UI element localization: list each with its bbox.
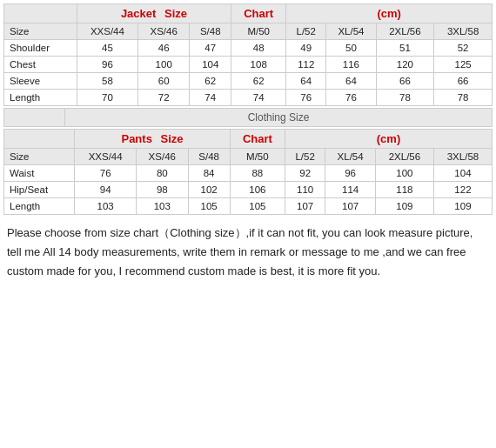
clothing-size-separator: Clothing Size [3, 108, 493, 127]
pants-size-label: Size [160, 132, 183, 145]
pants-label: Pants [121, 132, 151, 145]
pants-title-row: Pants Size Chart (cm) [4, 130, 493, 149]
jacket-chart-label: Chart [231, 4, 286, 23]
jacket-label: Jacket [121, 7, 156, 20]
jacket-header-xl: XL/54 [326, 23, 376, 40]
jacket-row-shoulder: Shoulder4546474849505152 [4, 40, 493, 57]
jacket-row-length: Length7072747476767878 [4, 90, 493, 106]
pants-header-row: Size XXS/44 XS/46 S/48 M/50 L/52 XL/54 2… [4, 149, 493, 165]
pants-row-length: Length103103105105107107109109 [4, 198, 493, 215]
clothing-size-row: Clothing Size [4, 109, 493, 127]
pants-chart-label: Chart [230, 130, 285, 149]
jacket-title-row: Jacket Size Chart (cm) [4, 4, 493, 23]
pants-cm-label: (cm) [285, 130, 493, 149]
jacket-header-2xl: 2XL/56 [376, 23, 434, 40]
pants-title-col1 [4, 130, 75, 149]
jacket-header-xxs: XXS/44 [77, 23, 137, 40]
pants-row-waist: Waist768084889296100104 [4, 165, 493, 182]
pants-row-hipseat: Hip/Seat9498102106110114118122 [4, 182, 493, 198]
clothing-size-label: Clothing Size [65, 109, 493, 127]
jacket-header-size: Size [4, 23, 77, 40]
bottom-text: Please choose from size chart（Clothing s… [3, 217, 493, 284]
jacket-cm-label: (cm) [286, 4, 493, 23]
jacket-size-label: Size [164, 7, 187, 20]
jacket-title-label: Jacket Size [77, 4, 231, 23]
pants-table: Pants Size Chart (cm) Size XXS/44 XS/46 … [3, 129, 493, 215]
page: Jacket Size Chart (cm) Size XXS/44 XS/46… [0, 0, 496, 448]
jacket-header-xs: XS/46 [138, 23, 190, 40]
jacket-header-m: M/50 [231, 23, 286, 40]
jacket-row-chest: Chest96100104108112116120125 [4, 57, 493, 73]
jacket-header-l: L/52 [286, 23, 326, 40]
jacket-table: Jacket Size Chart (cm) Size XXS/44 XS/46… [3, 3, 493, 106]
jacket-header-s: S/48 [190, 23, 231, 40]
jacket-header-row: Size XXS/44 XS/46 S/48 M/50 L/52 XL/54 2… [4, 23, 493, 40]
pants-title-label: Pants Size [75, 130, 230, 149]
jacket-row-sleeve: Sleeve5860626264646666 [4, 73, 493, 90]
jacket-title-col1 [4, 4, 77, 23]
jacket-header-3xl: 3XL/58 [434, 23, 493, 40]
